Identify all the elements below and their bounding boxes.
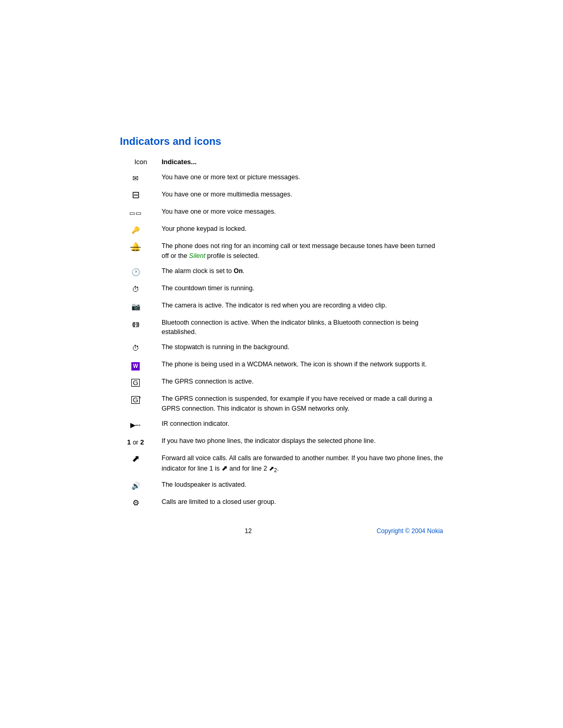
alarm-clock-icon: 🕐 bbox=[120, 264, 162, 281]
table-row: 🔑 Your phone keypad is locked. bbox=[120, 221, 443, 239]
gprs-active-text: The GPRS connection is active. bbox=[162, 374, 443, 391]
ir-connection-text: IR connection indicator. bbox=[162, 416, 443, 434]
bluetooth-text: Bluetooth connection is active. When the… bbox=[162, 315, 443, 340]
page-footer: 12 Copyright © 2004 Nokia bbox=[120, 527, 443, 535]
indicators-table: Icon Indicates... ✉ You have one or more… bbox=[120, 158, 443, 512]
gprs-suspended-text: The GPRS connection is suspended, for ex… bbox=[162, 391, 443, 416]
table-row: G× The GPRS connection is suspended, for… bbox=[120, 391, 443, 416]
table-row: 📷 The camera is active. The indicator is… bbox=[120, 298, 443, 315]
table-row: 🕐 The alarm clock is set to On. bbox=[120, 264, 443, 281]
multimedia-message-text: You have one or more multimedia messages… bbox=[162, 187, 443, 204]
voice-message-icon: ▭▭ bbox=[120, 204, 162, 221]
table-row: ⏱ The countdown timer is running. bbox=[120, 281, 443, 298]
table-row: ✉ You have one or more text or picture m… bbox=[120, 170, 443, 187]
table-row: W The phone is being used in a WCDMA net… bbox=[120, 357, 443, 374]
wcdma-text: The phone is being used in a WCDMA netwo… bbox=[162, 357, 443, 374]
table-row: ▶··· IR connection indicator. bbox=[120, 416, 443, 434]
text-message-icon: ✉ bbox=[120, 170, 162, 187]
section-title: Indicators and icons bbox=[120, 135, 443, 147]
page-content: Indicators and icons Icon Indicates... ✉… bbox=[99, 0, 464, 728]
stopwatch-text: The stopwatch is running in the backgrou… bbox=[162, 340, 443, 357]
loudspeaker-icon: 🔊 bbox=[120, 477, 162, 495]
table-row: 🔔 The phone does not ring for an incomin… bbox=[120, 239, 443, 264]
camera-text: The camera is active. The indicator is r… bbox=[162, 298, 443, 315]
silent-italic: Silent bbox=[189, 252, 205, 260]
voice-message-text: You have one or more voice messages. bbox=[162, 204, 443, 221]
bluetooth-icon: ((·)) bbox=[120, 315, 162, 340]
loudspeaker-text: The loudspeaker is activated. bbox=[162, 477, 443, 495]
closed-user-group-text: Calls are limited to a closed user group… bbox=[162, 495, 443, 512]
call-forward-text: Forward all voice calls. All calls are f… bbox=[162, 451, 443, 477]
table-row: ⬈ Forward all voice calls. All calls are… bbox=[120, 451, 443, 477]
wcdma-badge: W bbox=[131, 362, 140, 371]
keypad-locked-text: Your phone keypad is locked. bbox=[162, 221, 443, 239]
table-row: 1 or 2 If you have two phone lines, the … bbox=[120, 434, 443, 451]
gprs-suspended-icon: G× bbox=[120, 391, 162, 416]
table-row: ▭▭ You have one or more voice messages. bbox=[120, 204, 443, 221]
silent-ring-icon: 🔔 bbox=[120, 239, 162, 264]
table-row: ⏱ The stopwatch is running in the backgr… bbox=[120, 340, 443, 357]
copyright-text: Copyright © 2004 Nokia bbox=[376, 527, 443, 535]
countdown-timer-text: The countdown timer is running. bbox=[162, 281, 443, 298]
closed-user-group-icon: ⚙ bbox=[120, 495, 162, 512]
col-header-icon: Icon bbox=[120, 158, 162, 170]
phone-line-icon: 1 or 2 bbox=[120, 434, 162, 451]
phone-line-text: If you have two phone lines, the indicat… bbox=[162, 434, 443, 451]
table-row: ⚙ Calls are limited to a closed user gro… bbox=[120, 495, 443, 512]
wcdma-icon: W bbox=[120, 357, 162, 374]
stopwatch-icon: ⏱ bbox=[120, 340, 162, 357]
text-message-text: You have one or more text or picture mes… bbox=[162, 170, 443, 187]
ir-connection-icon: ▶··· bbox=[120, 416, 162, 434]
col-header-indicates: Indicates... bbox=[162, 158, 443, 170]
table-row: ⊟ You have one or more multimedia messag… bbox=[120, 187, 443, 204]
table-row: 🔊 The loudspeaker is activated. bbox=[120, 477, 443, 495]
gprs-active-icon: G bbox=[120, 374, 162, 391]
table-row: G The GPRS connection is active. bbox=[120, 374, 443, 391]
alarm-clock-text: The alarm clock is set to On. bbox=[162, 264, 443, 281]
camera-icon: 📷 bbox=[120, 298, 162, 315]
call-forward-icon: ⬈ bbox=[120, 451, 162, 477]
line1-icon: ⬈ bbox=[222, 464, 228, 472]
multimedia-message-icon: ⊟ bbox=[120, 187, 162, 204]
line2-icon: ⬈2 bbox=[269, 465, 277, 472]
countdown-timer-icon: ⏱ bbox=[120, 281, 162, 298]
table-row: ((·)) Bluetooth connection is active. Wh… bbox=[120, 315, 443, 340]
alarm-on-bold: On bbox=[234, 267, 242, 275]
page-number: 12 bbox=[120, 527, 376, 535]
silent-ring-text: The phone does not ring for an incoming … bbox=[162, 239, 443, 264]
keypad-locked-icon: 🔑 bbox=[120, 221, 162, 239]
